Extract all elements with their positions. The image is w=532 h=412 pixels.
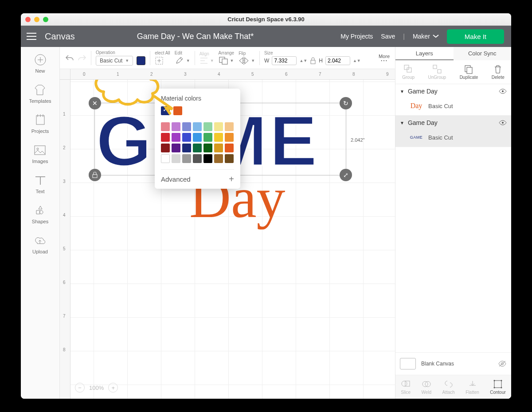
palette-color[interactable] — [193, 154, 202, 163]
palette-color[interactable] — [225, 154, 234, 163]
rotate-handle[interactable]: ↻ — [340, 97, 352, 109]
tab-color-sync[interactable]: Color Sync — [454, 47, 512, 60]
color-swatch-button[interactable] — [137, 56, 145, 65]
visibility-off-icon[interactable] — [498, 360, 507, 367]
svg-rect-12 — [438, 70, 441, 73]
layer-header[interactable]: ▼Game Day — [395, 116, 511, 130]
action-delete[interactable]: Delete — [492, 64, 505, 80]
sidebar-images[interactable]: Images — [32, 144, 48, 164]
align-label: Align — [200, 51, 209, 56]
canvas[interactable]: GAME Day ✕ ↻ ⤢ 2.042" Material colors — [70, 80, 395, 399]
sidebar-new[interactable]: New — [34, 53, 47, 74]
select-all-button[interactable] — [155, 56, 164, 65]
blank-canvas-row[interactable]: Blank Canvas — [395, 352, 511, 375]
palette-color[interactable] — [203, 122, 212, 131]
plus-icon[interactable]: + — [229, 174, 234, 184]
my-projects-link[interactable]: My Projects — [340, 33, 373, 40]
material-color-swatch[interactable] — [161, 106, 170, 115]
visibility-icon[interactable] — [499, 88, 507, 94]
width-input[interactable] — [272, 56, 297, 65]
visibility-icon[interactable] — [499, 120, 507, 126]
ruler-tick: 1 — [117, 72, 119, 77]
menu-button[interactable] — [21, 33, 42, 40]
palette-color[interactable] — [203, 133, 212, 142]
palette-color[interactable] — [172, 122, 180, 131]
palette-color[interactable] — [182, 133, 191, 142]
palette-color[interactable] — [172, 144, 180, 152]
layer-group[interactable]: ▼Game DayGAMEBasic Cut — [395, 116, 511, 147]
palette-color[interactable] — [172, 154, 180, 163]
palette-color[interactable] — [225, 122, 234, 131]
palette-color[interactable] — [214, 122, 223, 131]
more-button[interactable]: More ⋯ — [379, 54, 390, 62]
ruler-vertical: 12345678 — [60, 80, 70, 399]
palette-color[interactable] — [214, 133, 223, 142]
layer-item[interactable]: DayBasic Cut — [395, 98, 511, 115]
arrange-dropdown[interactable]: ▼ — [219, 56, 234, 65]
tab-layers[interactable]: Layers — [395, 47, 454, 60]
sidebar-shapes[interactable]: Shapes — [32, 204, 48, 224]
save-button[interactable]: Save — [381, 33, 395, 40]
palette-color[interactable] — [193, 144, 202, 152]
palette-color[interactable] — [225, 144, 234, 152]
layer-group[interactable]: ▼Game DayDayBasic Cut — [395, 84, 511, 116]
stepper-icon[interactable]: ▲▼ — [299, 58, 307, 63]
select-all-label: elect All — [155, 51, 170, 55]
svg-rect-2 — [35, 146, 45, 155]
flip-dropdown[interactable]: ▼ — [239, 57, 255, 65]
redo-icon[interactable] — [78, 54, 86, 62]
make-it-button[interactable]: Make It — [447, 29, 504, 44]
sidebar-text[interactable]: Text — [34, 174, 47, 194]
minimize-window-button[interactable] — [34, 17, 39, 22]
operation-select[interactable]: Basic Cut ▼ — [96, 56, 133, 66]
height-input[interactable] — [325, 56, 350, 65]
palette-color[interactable] — [161, 133, 170, 142]
blank-canvas-label: Blank Canvas — [421, 361, 454, 367]
close-window-button[interactable] — [25, 17, 31, 22]
color-popover: Material colors Advanced + — [155, 89, 240, 189]
palette-color[interactable] — [161, 154, 170, 163]
zoom-out-button[interactable]: − — [75, 383, 85, 393]
action-duplicate[interactable]: Duplicate — [460, 64, 478, 80]
sidebar-projects[interactable]: Projects — [31, 113, 49, 134]
zoom-in-button[interactable]: + — [108, 383, 118, 393]
palette-color[interactable] — [225, 133, 234, 142]
palette-color[interactable] — [182, 154, 191, 163]
delete-handle[interactable]: ✕ — [89, 97, 101, 109]
lock-icon[interactable] — [310, 57, 316, 64]
palette-color[interactable] — [214, 154, 223, 163]
layer-header[interactable]: ▼Game Day — [395, 84, 511, 98]
project-name[interactable]: Game Day - We Can Make That* — [137, 32, 254, 41]
sidebar-label: Text — [35, 189, 44, 194]
palette-color[interactable] — [172, 133, 180, 142]
bottom-contour[interactable]: Contour — [490, 379, 506, 395]
plus-circle-icon — [34, 53, 47, 66]
palette-color[interactable] — [193, 133, 202, 142]
dimension-label: 2.042" — [351, 137, 364, 143]
palette-color[interactable] — [182, 122, 191, 131]
palette-color[interactable] — [203, 154, 212, 163]
palette-color[interactable] — [161, 122, 170, 131]
sidebar-upload[interactable]: Upload — [32, 234, 48, 254]
palette-color[interactable] — [214, 144, 223, 152]
stepper-icon[interactable]: ▲▼ — [353, 58, 361, 63]
zoom-value: 100% — [89, 385, 104, 391]
svg-rect-7 — [311, 60, 315, 64]
palette-color[interactable] — [161, 144, 170, 152]
sidebar-templates[interactable]: Templates — [29, 83, 51, 104]
layer-actions: GroupUnGroupDuplicateDelete — [395, 60, 511, 84]
palette-color[interactable] — [182, 144, 191, 152]
material-color-swatch[interactable] — [173, 106, 182, 115]
undo-icon[interactable] — [65, 54, 74, 62]
maximize-window-button[interactable] — [43, 17, 48, 22]
machine-selector[interactable]: Maker — [413, 33, 439, 40]
separator: | — [403, 33, 405, 40]
layer-item[interactable]: GAMEBasic Cut — [395, 130, 511, 147]
palette-color[interactable] — [203, 144, 212, 152]
advanced-label[interactable]: Advanced — [161, 175, 191, 183]
sidebar-label: Templates — [29, 98, 51, 104]
lock-handle[interactable] — [89, 169, 101, 181]
palette-color[interactable] — [193, 122, 202, 131]
resize-handle[interactable]: ⤢ — [340, 169, 352, 181]
edit-dropdown[interactable]: ▼ — [175, 56, 190, 65]
